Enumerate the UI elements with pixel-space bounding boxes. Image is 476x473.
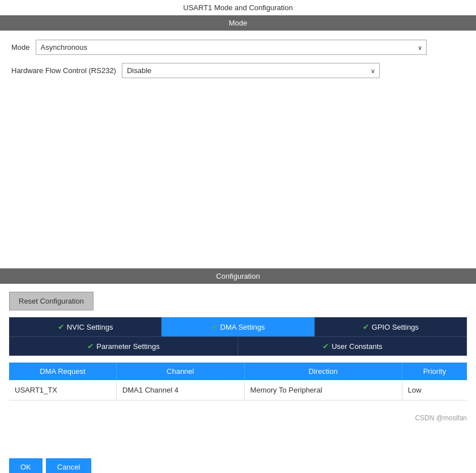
tab-gpio-label: GPIO Settings xyxy=(372,323,419,331)
tab-parameter-settings[interactable]: ✔ Parameter Settings xyxy=(9,336,238,356)
col-dma-request: DMA Request xyxy=(9,363,116,380)
page-title: USART1 Mode and Configuration xyxy=(0,0,476,15)
gpio-check-icon: ✔ xyxy=(363,322,369,331)
dma-table: DMA Request Channel Direction Priority U… xyxy=(9,363,467,400)
hw-flow-row: Hardware Flow Control (RS232) DisableCTS… xyxy=(11,63,465,78)
cell-dma-request: USART1_TX xyxy=(9,380,116,400)
cell-direction: Memory To Peripheral xyxy=(244,380,402,400)
hw-flow-select-wrapper: DisableCTS OnlyRTS OnlyCTS/RTS xyxy=(122,63,380,78)
col-priority: Priority xyxy=(402,363,467,380)
tab-user-constants[interactable]: ✔ User Constants xyxy=(238,336,467,356)
tab-dma-label: DMA Settings xyxy=(220,323,265,331)
tab-nvic-label: NVIC Settings xyxy=(67,323,113,331)
param-check-icon: ✔ xyxy=(87,342,94,351)
tab-nvic-settings[interactable]: ✔ NVIC Settings xyxy=(9,317,162,336)
bottom-buttons: OK Cancel xyxy=(0,454,476,473)
mode-section-header: Mode xyxy=(0,15,476,31)
user-check-icon: ✔ xyxy=(322,342,329,351)
mode-section: Mode AsynchronousSynchronousSingle Wire … xyxy=(0,31,476,269)
dma-check-icon: ✔ xyxy=(211,322,218,331)
tab-gpio-settings[interactable]: ✔ GPIO Settings xyxy=(314,317,467,336)
table-row[interactable]: USART1_TX DMA1 Channel 4 Memory To Perip… xyxy=(9,380,467,400)
footer-spacer: CSDN @mosifan xyxy=(0,408,476,454)
col-channel: Channel xyxy=(116,363,244,380)
footer-area: CSDN @mosifan xyxy=(0,408,476,428)
nvic-check-icon: ✔ xyxy=(58,322,65,331)
tab-user-label: User Constants xyxy=(332,342,382,351)
cell-priority: Low xyxy=(402,380,467,400)
watermark: CSDN @mosifan xyxy=(415,414,467,422)
tab-row-1: ✔ NVIC Settings ✔ DMA Settings ✔ GPIO Se… xyxy=(9,317,467,336)
cancel-button[interactable]: Cancel xyxy=(46,458,91,473)
tab-row-2: ✔ Parameter Settings ✔ User Constants xyxy=(9,336,467,356)
config-section: Reset Configuration ✔ NVIC Settings ✔ DM… xyxy=(0,284,476,408)
dma-table-header-row: DMA Request Channel Direction Priority xyxy=(9,363,467,380)
tab-param-label: Parameter Settings xyxy=(96,342,159,351)
col-direction: Direction xyxy=(244,363,402,380)
hw-flow-label: Hardware Flow Control (RS232) xyxy=(11,66,116,75)
tab-dma-settings[interactable]: ✔ DMA Settings xyxy=(162,317,314,336)
hw-flow-select[interactable]: DisableCTS OnlyRTS OnlyCTS/RTS xyxy=(122,63,380,78)
mode-select[interactable]: AsynchronousSynchronousSingle Wire (Half… xyxy=(36,40,427,55)
mode-row: Mode AsynchronousSynchronousSingle Wire … xyxy=(11,40,465,55)
ok-button[interactable]: OK xyxy=(9,458,42,473)
mode-label: Mode xyxy=(11,43,30,52)
page-wrapper: USART1 Mode and Configuration Mode Mode … xyxy=(0,0,476,473)
mode-select-wrapper: AsynchronousSynchronousSingle Wire (Half… xyxy=(36,40,427,55)
reset-config-button[interactable]: Reset Configuration xyxy=(9,292,94,310)
cell-channel: DMA1 Channel 4 xyxy=(116,380,244,400)
config-section-header: Configuration xyxy=(0,269,476,284)
